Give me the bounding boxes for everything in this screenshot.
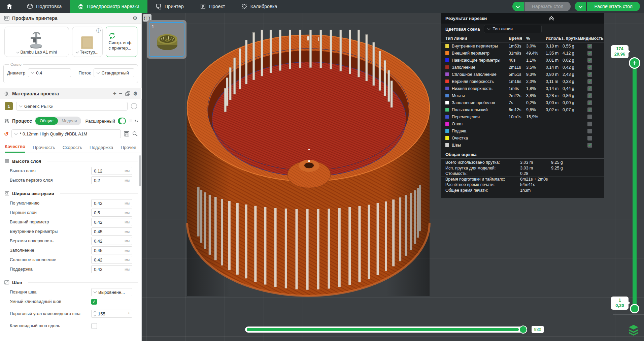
nav-tab-1[interactable]: Подготовка: [19, 0, 70, 13]
visibility-checkbox[interactable]: ✓: [587, 72, 592, 77]
line-type-time: 2m11s: [509, 65, 526, 70]
visibility-checkbox[interactable]: ✓: [587, 107, 592, 112]
add-filament-icon[interactable]: +: [113, 91, 116, 96]
process-profile-select[interactable]: * 0.12mm High Quality @BBL A1M: [11, 129, 121, 138]
settings-tab-Прочее[interactable]: Прочее: [121, 145, 136, 153]
setting-input[interactable]: [94, 201, 123, 206]
nozzle-diameter-select[interactable]: 0.4: [28, 68, 71, 77]
setting-checkbox[interactable]: [91, 323, 97, 329]
result-panel-title: Результат нарезки: [445, 16, 487, 21]
process-global-segment[interactable]: Общие: [35, 117, 58, 125]
preview-3d-viewport[interactable]: ❬|❭ 1: [142, 13, 644, 341]
tune-icon[interactable]: [135, 119, 138, 123]
scrollbar-thumb[interactable]: [139, 155, 141, 186]
list-view-icon[interactable]: [129, 119, 132, 123]
setting-input[interactable]: [94, 239, 123, 244]
layers-view-icon[interactable]: [628, 323, 640, 336]
setting-row: Внутренние периметрымм: [0, 227, 138, 236]
print-plate-button[interactable]: Распечатать стол: [587, 2, 640, 11]
printer-section-header: Профиль принтера ⚙: [0, 13, 141, 24]
visibility-checkbox[interactable]: ✓: [587, 100, 592, 105]
advanced-toggle[interactable]: [118, 118, 126, 124]
visibility-checkbox[interactable]: ✓: [587, 86, 592, 91]
setting-field: мм: [91, 246, 132, 254]
line-type-pct: 9,8%: [526, 107, 546, 112]
setting-input[interactable]: [94, 229, 123, 234]
nav-tab-5[interactable]: Калибровка: [233, 0, 285, 13]
visibility-checkbox[interactable]: ✓: [587, 65, 592, 70]
sidebar-scrollbar[interactable]: [139, 153, 141, 341]
visibility-checkbox[interactable]: ✓: [587, 143, 592, 148]
reset-profile-icon[interactable]: ↻: [4, 131, 8, 137]
process-objects-segment[interactable]: Модели: [58, 119, 80, 123]
visibility-checkbox[interactable]: ✓: [587, 44, 592, 49]
slice-split-button: Нарезать стол: [512, 2, 571, 11]
visibility-checkbox[interactable]: ✓: [587, 93, 592, 98]
setting-input[interactable]: [94, 210, 123, 215]
color-scheme-select[interactable]: Тип линии: [484, 25, 542, 33]
visibility-checkbox[interactable]: ✓: [587, 51, 592, 56]
visibility-checkbox[interactable]: ✓: [587, 79, 592, 84]
line-type-name: Пользовательский: [445, 107, 509, 112]
visibility-checkbox[interactable]: [587, 122, 592, 126]
nav-tab-4[interactable]: Проект: [192, 0, 233, 13]
setting-input[interactable]: [94, 178, 123, 183]
settings-tab-Поддержка[interactable]: Поддержка: [90, 145, 113, 153]
visibility-checkbox[interactable]: [587, 115, 592, 119]
filament-settings-gear-icon[interactable]: ⚙: [133, 91, 138, 96]
section-icon: [4, 280, 9, 285]
line-type-row: Мосты2m22s3,8%0,28 m0,86 g✓: [441, 92, 604, 99]
line-type-time: 10m1s: [509, 115, 526, 119]
section-title: Шов: [12, 280, 22, 285]
setting-input[interactable]: [98, 311, 126, 316]
slice-plate-button[interactable]: Нарезать стол: [524, 2, 571, 11]
printer-settings-gear-icon[interactable]: ⚙: [133, 16, 137, 21]
line-type-color-swatch: [445, 108, 449, 112]
layer-slider-bottom-handle[interactable]: [630, 304, 639, 313]
diameter-label: Диаметр: [7, 70, 25, 75]
model-3d-impeller[interactable]: [180, 30, 436, 306]
flow-select[interactable]: Стандартный: [94, 68, 134, 77]
info-icon[interactable]: i: [96, 28, 101, 33]
nav-tab-2[interactable]: Предпросмотр нарезки: [70, 0, 147, 13]
setting-label: Пороговый угол клиновидного шва: [10, 311, 91, 316]
printer-card[interactable]: Bambu Lab A1 mini: [4, 27, 69, 57]
filament-edit-icon[interactable]: [131, 103, 137, 109]
chevron-down-icon: [578, 4, 583, 8]
layer-slider-top-handle[interactable]: +: [629, 57, 640, 69]
plate-type-card[interactable]: i Текстур...: [72, 27, 102, 57]
setting-unit: мм: [125, 248, 130, 252]
visibility-checkbox[interactable]: [587, 136, 592, 141]
setting-input[interactable]: [94, 220, 123, 225]
filament-color-swatch[interactable]: 1: [5, 102, 13, 110]
nav-tab-3[interactable]: Принтер: [147, 0, 192, 13]
slice-options-dropdown[interactable]: [512, 2, 524, 11]
visibility-cell: ✓: [580, 107, 600, 112]
spinner-arrows-icon[interactable]: [94, 311, 96, 316]
save-profile-icon[interactable]: [124, 131, 129, 136]
home-button[interactable]: [0, 0, 19, 13]
setting-input[interactable]: [94, 248, 123, 253]
summary-value: 54m41s: [520, 182, 551, 187]
search-settings-icon[interactable]: [132, 131, 138, 136]
setting-checkbox[interactable]: ✓: [91, 299, 97, 305]
sync-filament-list-icon[interactable]: [125, 91, 131, 96]
filament-select[interactable]: Generic PETG: [16, 102, 128, 111]
moves-slider-handle[interactable]: [519, 326, 527, 334]
setting-input[interactable]: [94, 257, 123, 262]
settings-tab-Качество[interactable]: Качество: [5, 144, 25, 153]
sync-printer-card[interactable]: Синхр. инф. с принтер...: [106, 27, 137, 57]
collapse-panel-icon[interactable]: [548, 15, 555, 21]
layer-slider[interactable]: +: [633, 61, 637, 312]
visibility-checkbox[interactable]: [587, 129, 592, 133]
setting-select[interactable]: Выровненн...: [91, 288, 132, 296]
print-options-dropdown[interactable]: [575, 2, 586, 11]
settings-tab-Скорость[interactable]: Скорость: [63, 145, 82, 153]
remove-filament-icon[interactable]: −: [119, 91, 123, 96]
moves-slider[interactable]: [245, 327, 527, 333]
setting-input[interactable]: [94, 168, 123, 174]
setting-input[interactable]: [94, 267, 123, 272]
visibility-checkbox[interactable]: ✓: [587, 58, 592, 63]
line-type-time: 5m51s: [509, 72, 526, 77]
settings-tab-Прочность[interactable]: Прочность: [33, 145, 55, 153]
